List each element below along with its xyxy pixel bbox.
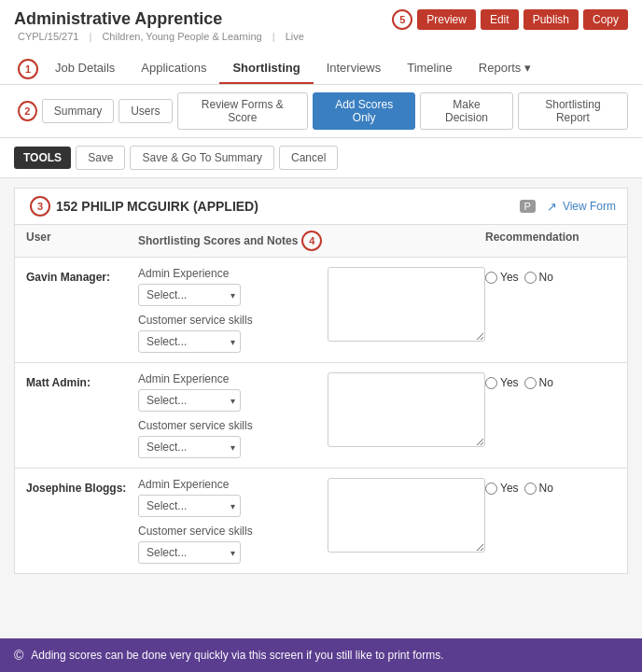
publish-button[interactable]: Publish — [523, 9, 579, 30]
table-header: User Shortlisting Scores and Notes 4 Rec… — [14, 225, 628, 258]
header-meta: CYPL/15/271 | Children, Young People & L… — [14, 31, 308, 42]
tab-shortlisting[interactable]: Shortlisting — [219, 53, 313, 84]
recommendation-gavin: Yes No — [485, 267, 616, 284]
notes-textarea-josephine[interactable] — [328, 478, 485, 553]
toolbar: TOOLS Save Save & Go To Summary Cancel — [0, 138, 642, 178]
tab-applications[interactable]: Applications — [128, 53, 219, 84]
subnav-review-forms[interactable]: Review Forms & Score — [177, 92, 309, 130]
annotation-5: 5 — [392, 9, 412, 30]
annotation-4: 4 — [301, 231, 322, 251]
recommendation-matt: Yes No — [485, 372, 616, 389]
criteria-label-matt-1: Admin Experience — [138, 372, 320, 385]
score-select-josephine-2[interactable]: Select... — [138, 541, 241, 564]
candidate-number: 152 — [56, 199, 77, 214]
score-select-gavin-2[interactable]: Select... — [138, 330, 241, 353]
tab-job-details[interactable]: Job Details — [42, 53, 128, 84]
user-name-josephine: Josephine Bloggs: — [26, 478, 138, 495]
candidate-badge: P — [520, 200, 536, 213]
col-header-recommendation: Recommendation — [485, 231, 616, 251]
nav-tabs: 1 Job Details Applications Shortlisting … — [14, 53, 628, 84]
recommendation-yes-josephine[interactable]: Yes — [485, 482, 519, 495]
recommendation-no-josephine[interactable]: No — [524, 482, 553, 495]
sub-navigation: 2 Summary Users Review Forms & Score Add… — [0, 85, 642, 138]
tools-label: TOOLS — [14, 147, 71, 169]
recommendation-yes-gavin[interactable]: Yes — [485, 271, 519, 284]
user-name-matt: Matt Admin: — [26, 372, 138, 389]
tab-reports[interactable]: Reports ▾ — [466, 53, 544, 84]
subnav-users[interactable]: Users — [119, 99, 172, 123]
info-icon: © — [14, 648, 23, 663]
user-row-matt: Matt Admin: Admin Experience Select... ▾… — [14, 363, 628, 469]
recommendation-yes-matt[interactable]: Yes — [485, 376, 519, 389]
user-row-josephine: Josephine Bloggs: Admin Experience Selec… — [14, 469, 628, 574]
notes-textarea-gavin[interactable] — [328, 267, 485, 342]
cancel-button[interactable]: Cancel — [279, 146, 338, 170]
criteria-label-josephine-2: Customer service skills — [138, 525, 320, 538]
recommendation-josephine: Yes No — [485, 478, 616, 495]
save-go-to-summary-button[interactable]: Save & Go To Summary — [130, 146, 274, 170]
footer-bar: © Adding scores can be done very quickly… — [0, 638, 642, 672]
tab-interviews[interactable]: Interviews — [314, 53, 395, 84]
user-row-gavin: Gavin Manager: Admin Experience Select..… — [14, 258, 628, 363]
save-button[interactable]: Save — [76, 146, 125, 170]
annotation-3: 3 — [30, 196, 50, 217]
header-action-buttons: 5 Preview Edit Publish Copy — [388, 9, 628, 30]
user-name-gavin: Gavin Manager: — [26, 267, 138, 284]
annotation-2: 2 — [18, 101, 37, 121]
criteria-label-matt-2: Customer service skills — [138, 419, 320, 432]
view-form-link[interactable]: View Form — [563, 200, 616, 213]
edit-button[interactable]: Edit — [481, 9, 519, 30]
criteria-label-josephine-1: Admin Experience — [138, 478, 320, 491]
preview-button[interactable]: Preview — [417, 9, 476, 30]
recommendation-no-gavin[interactable]: No — [524, 271, 553, 284]
score-select-josephine-1[interactable]: Select... — [138, 495, 241, 517]
app-title: Administrative Apprentice — [14, 9, 308, 29]
footer-text: Adding scores can be done very quickly v… — [31, 649, 443, 662]
copy-button[interactable]: Copy — [583, 9, 628, 30]
subnav-make-decision[interactable]: Make Decision — [420, 92, 513, 130]
col-header-user: User — [26, 231, 138, 251]
recommendation-no-matt[interactable]: No — [524, 376, 553, 389]
col-header-scores: Shortlisting Scores and Notes — [138, 234, 298, 247]
tab-timeline[interactable]: Timeline — [394, 53, 466, 84]
candidate-name: PHILIP MCGUIRK (APPLIED) — [81, 199, 258, 214]
main-content: 3 152 PHILIP MCGUIRK (APPLIED) P ↗ View … — [0, 178, 642, 583]
criteria-label-gavin-1: Admin Experience — [138, 267, 320, 280]
score-select-gavin-1[interactable]: Select... — [138, 284, 241, 306]
col-header-notes — [325, 231, 485, 251]
external-link-icon: ↗ — [547, 200, 557, 214]
subnav-add-scores-only[interactable]: Add Scores Only — [313, 92, 415, 130]
notes-textarea-matt[interactable] — [328, 372, 485, 447]
subnav-summary[interactable]: Summary — [42, 99, 114, 123]
score-select-matt-1[interactable]: Select... — [138, 389, 241, 412]
score-select-matt-2[interactable]: Select... — [138, 436, 241, 458]
annotation-1: 1 — [18, 59, 38, 79]
criteria-label-gavin-2: Customer service skills — [138, 314, 320, 327]
candidate-header: 3 152 PHILIP MCGUIRK (APPLIED) P ↗ View … — [14, 188, 628, 225]
subnav-shortlisting-report[interactable]: Shortlisting Report — [518, 92, 628, 130]
